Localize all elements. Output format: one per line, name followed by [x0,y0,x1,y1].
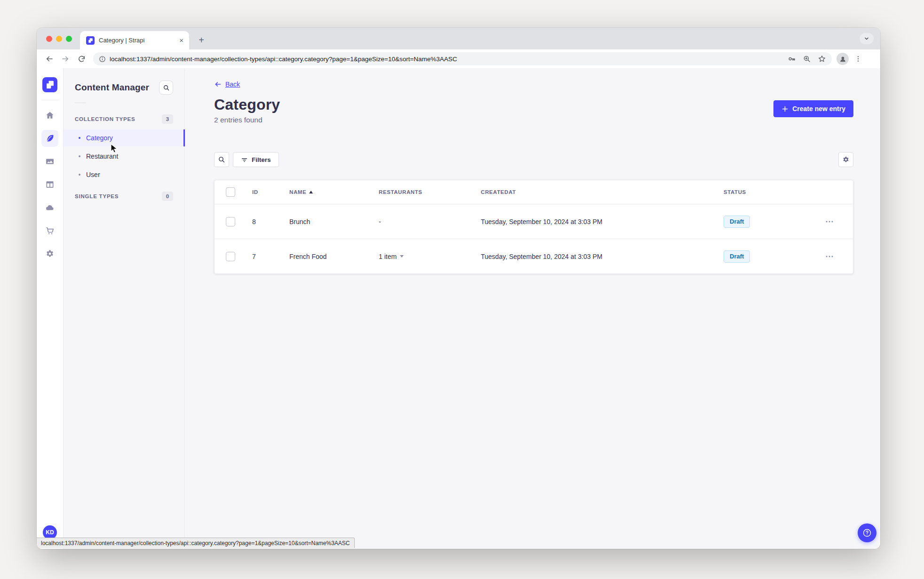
select-all-checkbox[interactable] [226,187,235,197]
bullet-icon [79,137,80,139]
row-checkbox[interactable] [226,217,235,226]
view-settings-button[interactable] [838,152,853,167]
entries-count: 2 entries found [214,116,853,124]
main-content: Back Category 2 entries found Create new… [185,68,880,549]
sidebar-item-user[interactable]: User [64,166,184,183]
maximize-window-button[interactable] [66,36,72,42]
nav-item-marketplace-icon[interactable] [41,222,58,239]
sidebar-item-restaurant[interactable]: Restaurant [64,148,184,165]
browser-window: Category | Strapi × + localhost:1337/adm… [37,28,880,549]
cell-createdat: Tuesday, September 10, 2024 at 3:03 PM [481,218,724,225]
back-link[interactable]: Back [214,80,240,88]
status-bar-url: localhost:1337/admin/content-manager/col… [37,538,355,548]
tab-title: Category | Strapi [99,37,174,44]
strapi-admin: KD Content Manager COLLECTION TYPES 3 Ca… [37,68,880,549]
filters-button[interactable]: Filters [233,152,279,167]
url-text[interactable]: localhost:1337/admin/content-manager/col… [110,56,784,63]
nav-item-cloud-icon[interactable] [41,199,58,216]
search-icon [218,156,225,163]
cell-restaurants: - [379,218,481,225]
single-types-label: SINGLE TYPES [75,193,119,199]
bullet-icon [79,174,80,176]
back-label: Back [225,80,240,88]
nav-divider [41,100,59,100]
status-badge: Draft [724,216,750,228]
forward-icon[interactable] [59,52,72,65]
row-actions-menu-icon[interactable]: ⋯ [825,217,834,226]
sidebar-item-category[interactable]: Category [64,129,184,146]
column-header-id[interactable]: ID [252,189,289,195]
cell-id: 8 [252,218,289,225]
url-bar[interactable]: localhost:1337/admin/content-manager/col… [93,52,832,65]
single-types-section: SINGLE TYPES 0 [64,192,184,201]
nav-item-settings-icon[interactable] [41,245,58,262]
subnav-title: Content Manager [75,82,149,93]
site-info-icon[interactable] [99,56,106,63]
table-row[interactable]: 8 Brunch - Tuesday, September 10, 2024 a… [215,204,853,239]
column-header-createdat[interactable]: CREATEDAT [481,189,724,195]
nav-item-content-manager-icon[interactable] [41,130,58,147]
cell-id: 7 [252,253,289,260]
close-window-button[interactable] [46,36,52,42]
filter-icon [241,156,248,163]
nav-item-home-icon[interactable] [41,107,58,124]
browser-tab-strip: Category | Strapi × + [37,28,880,49]
bookmark-star-icon[interactable] [818,55,826,63]
single-types-count-badge: 0 [162,192,173,201]
minimize-window-button[interactable] [56,36,62,42]
cell-name: Brunch [289,218,379,225]
browser-profile-icon[interactable] [836,53,849,65]
collection-types-label: COLLECTION TYPES [75,116,135,122]
strapi-logo[interactable] [42,77,57,92]
cell-restaurants[interactable]: 1 item [379,253,481,260]
sidebar-item-label: User [86,171,100,178]
subnav-divider [75,103,86,103]
row-checkbox[interactable] [226,252,235,261]
tab-search-chevron-icon[interactable] [860,33,874,44]
browser-tab[interactable]: Category | Strapi × [80,31,189,49]
nav-item-content-type-builder-icon[interactable] [41,176,58,193]
collection-types-count-badge: 3 [162,114,173,124]
column-header-name[interactable]: NAME [289,189,379,195]
arrow-left-icon [214,80,222,88]
strapi-favicon [86,36,95,45]
plus-icon [781,105,789,113]
cell-name: French Food [289,253,379,260]
status-badge: Draft [724,250,750,263]
tab-close-icon[interactable]: × [178,37,184,44]
chevron-down-icon [400,255,404,257]
column-header-restaurants[interactable]: RESTAURANTS [379,189,481,195]
question-mark-icon [862,528,872,538]
content-manager-subnav: Content Manager COLLECTION TYPES 3 Categ… [64,68,185,549]
new-tab-button[interactable]: + [195,33,208,47]
main-nav: KD [37,68,64,549]
reload-icon[interactable] [75,52,88,65]
row-actions-menu-icon[interactable]: ⋯ [825,251,834,261]
nav-item-media-library-icon[interactable] [41,153,58,170]
column-header-status[interactable]: STATUS [724,189,818,195]
table-search-button[interactable] [214,152,229,167]
collection-types-section: COLLECTION TYPES 3 [64,114,184,124]
table-row[interactable]: 7 French Food 1 item Tuesday, September … [215,239,853,273]
table-actions-row: Filters [214,152,853,167]
page-title: Category [214,96,853,113]
traffic-lights [46,36,72,42]
browser-menu-icon[interactable] [854,55,862,63]
zoom-icon[interactable] [803,55,811,63]
help-button[interactable] [858,523,876,542]
cell-createdat: Tuesday, September 10, 2024 at 3:03 PM [481,253,724,260]
entries-table: ID NAME RESTAURANTS CREATEDAT STATUS 8 B… [214,180,853,274]
sort-ascending-icon [309,191,313,193]
sidebar-item-label: Category [86,134,113,142]
password-key-icon[interactable] [788,55,796,63]
browser-toolbar: localhost:1337/admin/content-manager/col… [37,49,880,68]
subnav-search-button[interactable] [159,80,173,95]
mouse-cursor [111,144,119,154]
bullet-icon [79,155,80,157]
search-icon [163,84,170,91]
table-header-row: ID NAME RESTAURANTS CREATEDAT STATUS [215,180,853,204]
create-new-entry-button[interactable]: Create new entry [773,100,853,117]
back-icon[interactable] [43,52,56,65]
gear-icon [842,156,850,163]
